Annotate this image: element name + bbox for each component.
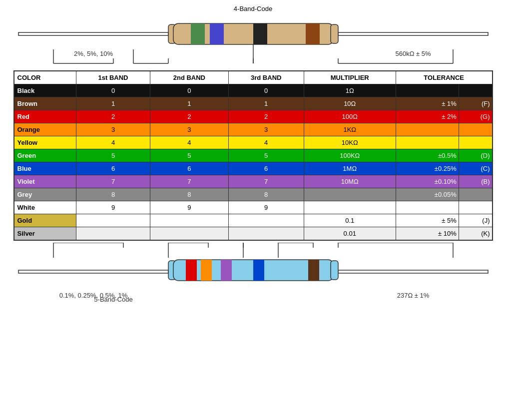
- color-cell: White: [14, 201, 76, 214]
- band2-cell: 7: [150, 175, 228, 188]
- band1-cell: 8: [76, 188, 150, 201]
- svg-rect-35: [338, 270, 488, 273]
- band3-cell: 3: [228, 123, 304, 136]
- color-cell: Grey: [14, 188, 76, 201]
- color-cell: Brown: [14, 97, 76, 110]
- multiplier-cell: 0.1: [304, 214, 396, 227]
- tolerance-cell: ± 2%: [396, 110, 459, 123]
- table-row: Orange3331KΩ: [14, 123, 493, 136]
- svg-rect-38: [331, 261, 338, 280]
- band1-cell: 4: [76, 136, 150, 149]
- color-cell: Yellow: [14, 136, 76, 149]
- band2-cell: 9: [150, 201, 228, 214]
- band3-cell: [228, 214, 304, 227]
- table-row: Grey888±0.05%: [14, 188, 493, 201]
- svg-rect-43: [308, 260, 319, 281]
- svg-rect-7: [253, 23, 267, 44]
- col-header-2nd: 2nd BAND: [150, 71, 228, 84]
- table-row: Silver0.01± 10%(K): [14, 227, 493, 241]
- band3-cell: 1: [228, 97, 304, 110]
- band2-cell: 0: [150, 84, 228, 97]
- color-cell: Black: [14, 84, 76, 97]
- color-cell: Green: [14, 149, 76, 162]
- band1-cell: 7: [76, 175, 150, 188]
- band3-cell: 7: [228, 175, 304, 188]
- svg-rect-6: [210, 23, 224, 44]
- band2-cell: 1: [150, 97, 228, 110]
- tolerance-code-cell: (B): [459, 175, 492, 188]
- col-header-tol: TOLERANCE: [396, 71, 492, 84]
- svg-rect-1: [338, 32, 488, 35]
- table-row: Violet77710MΩ±0.10%(B): [14, 175, 493, 188]
- table-row: Brown11110Ω± 1%(F): [14, 97, 493, 110]
- tolerance-cell: ±0.25%: [396, 162, 459, 175]
- bottom-right-annotation: 237Ω ± 1%: [397, 292, 429, 299]
- col-header-color: COLOR: [14, 71, 76, 84]
- color-table: COLOR 1st BAND 2nd BAND 3rd BAND MULTIPL…: [13, 70, 493, 241]
- color-cell: Violet: [14, 175, 76, 188]
- table-row: Green555100KΩ±0.5%(D): [14, 149, 493, 162]
- table-row: Blue6661MΩ±0.25%(C): [14, 162, 493, 175]
- multiplier-cell: 1KΩ: [304, 123, 396, 136]
- table-row: Gold0.1± 5%(J): [14, 214, 493, 227]
- tolerance-cell: [396, 201, 459, 214]
- band3-cell: 8: [228, 188, 304, 201]
- tolerance-cell: [396, 136, 459, 149]
- svg-rect-41: [221, 260, 232, 281]
- bottom-diagram-svg: 0.1%, 0.25%, 0.5%, 1% 237Ω ± 1% 5-Band-C…: [13, 243, 493, 303]
- band2-cell: 2: [150, 110, 228, 123]
- band1-cell: 5: [76, 149, 150, 162]
- tolerance-code-cell: (J): [459, 214, 492, 227]
- band1-cell: 6: [76, 162, 150, 175]
- band3-cell: 2: [228, 110, 304, 123]
- color-cell: Blue: [14, 162, 76, 175]
- band3-cell: 5: [228, 149, 304, 162]
- multiplier-cell: 0.01: [304, 227, 396, 241]
- tolerance-code-cell: (K): [459, 227, 492, 241]
- tolerance-code-cell: [459, 123, 492, 136]
- table-row: Black0001Ω: [14, 84, 493, 97]
- multiplier-cell: 10MΩ: [304, 175, 396, 188]
- tolerance-code-cell: (F): [459, 97, 492, 110]
- multiplier-cell: 100KΩ: [304, 149, 396, 162]
- svg-rect-34: [18, 270, 168, 273]
- multiplier-cell: [304, 201, 396, 214]
- band2-cell: 3: [150, 123, 228, 136]
- color-cell: Orange: [14, 123, 76, 136]
- band2-cell: 8: [150, 188, 228, 201]
- col-header-1st: 1st BAND: [76, 71, 150, 84]
- tolerance-code-cell: (G): [459, 110, 492, 123]
- multiplier-cell: 1MΩ: [304, 162, 396, 175]
- band2-cell: 5: [150, 149, 228, 162]
- color-cell: Gold: [14, 214, 76, 227]
- band1-cell: 1: [76, 97, 150, 110]
- tolerance-cell: [396, 123, 459, 136]
- tolerance-code-cell: [459, 136, 492, 149]
- svg-rect-5: [191, 23, 205, 44]
- band3-cell: 4: [228, 136, 304, 149]
- band2-cell: 6: [150, 162, 228, 175]
- tolerance-cell: ± 10%: [396, 227, 459, 241]
- multiplier-cell: [304, 188, 396, 201]
- tolerance-code-cell: [459, 84, 492, 97]
- tolerance-cell: ±0.05%: [396, 188, 459, 201]
- tolerance-cell: ±0.10%: [396, 175, 459, 188]
- multiplier-cell: 10Ω: [304, 97, 396, 110]
- svg-rect-39: [186, 260, 197, 281]
- top-diagram: 4-Band-Code 2%, 5%, 10% 560kΩ ± 5%: [13, 5, 493, 68]
- tolerance-code-cell: (D): [459, 149, 492, 162]
- svg-rect-42: [253, 260, 264, 281]
- top-right-annotation: 560kΩ ± 5%: [395, 50, 431, 57]
- band3-cell: [228, 227, 304, 241]
- multiplier-cell: 10KΩ: [304, 136, 396, 149]
- band1-cell: 3: [76, 123, 150, 136]
- col-header-mult: MULTIPLIER: [304, 71, 396, 84]
- table-row: White999: [14, 201, 493, 214]
- svg-rect-4: [331, 24, 338, 43]
- band3-cell: 0: [228, 84, 304, 97]
- top-diagram-svg: 2%, 5%, 10% 560kΩ ± 5%: [13, 13, 493, 68]
- band2-cell: [150, 214, 228, 227]
- band1-cell: [76, 214, 150, 227]
- multiplier-cell: 1Ω: [304, 84, 396, 97]
- tolerance-code-cell: [459, 201, 492, 214]
